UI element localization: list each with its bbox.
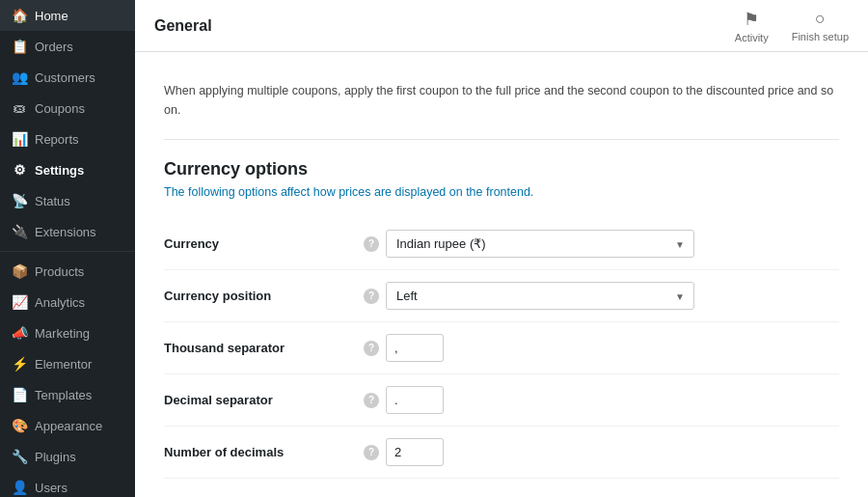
currency-help-icon[interactable]: ? (364, 236, 379, 252)
thousand-separator-input[interactable] (386, 334, 444, 362)
sidebar-item-analytics[interactable]: 📈 Analytics (0, 287, 135, 318)
currency-position-label: Currency position (164, 289, 271, 303)
home-icon: 🏠 (12, 8, 27, 23)
currency-position-help-icon[interactable]: ? (364, 289, 379, 304)
currency-position-select-wrapper: Left Right Left space Right space (386, 282, 694, 310)
topbar-actions: ⚑ Activity ○ Finish setup (735, 9, 849, 43)
page-title: General (154, 17, 212, 35)
sidebar-item-label: Plugins (35, 450, 76, 464)
sidebar-item-label: Elementor (35, 357, 92, 372)
thousand-separator-label: Thousand separator (164, 341, 285, 355)
finish-setup-label: Finish setup (792, 31, 849, 42)
decimal-separator-help-icon[interactable]: ? (364, 393, 379, 408)
elementor-icon: ⚡ (12, 356, 27, 372)
sidebar-item-elementor[interactable]: ⚡ Elementor (0, 348, 135, 379)
sidebar-item-home[interactable]: 🏠 Home (0, 0, 135, 31)
sidebar-item-users[interactable]: 👤 Users (0, 472, 135, 497)
sidebar-item-coupons[interactable]: 🎟 Coupons (0, 93, 135, 124)
content-area: When applying multiple coupons, apply th… (135, 52, 868, 497)
number-of-decimals-label: Number of decimals (164, 445, 284, 459)
decimal-separator-label: Decimal separator (164, 393, 273, 407)
sidebar-item-label: Extensions (35, 225, 96, 239)
sidebar-item-label: Users (35, 481, 68, 495)
sidebar-item-label: Products (35, 264, 84, 279)
topbar: General ⚑ Activity ○ Finish setup (135, 0, 868, 52)
sidebar-item-label: Reports (35, 132, 79, 147)
section-title: Currency options (164, 159, 839, 179)
users-icon: 👤 (12, 480, 27, 495)
number-of-decimals-row: Number of decimals ? (164, 427, 839, 479)
status-icon: 📡 (12, 193, 27, 208)
sidebar-item-label: Orders (35, 40, 73, 54)
currency-row: Currency ? Indian rupee (₹) US Dollar ($… (164, 218, 839, 270)
reports-icon: 📊 (12, 131, 27, 147)
analytics-icon: 📈 (12, 294, 27, 310)
sidebar-item-label: Coupons (35, 101, 85, 116)
sidebar: 🏠 Home 📋 Orders 👥 Customers 🎟 Coupons 📊 … (0, 0, 135, 497)
content-inner: When applying multiple coupons, apply th… (135, 52, 868, 497)
activity-icon: ⚑ (744, 9, 759, 30)
sidebar-item-label: Settings (35, 163, 84, 178)
currency-select-wrapper: Indian rupee (₹) US Dollar ($) Euro (€) … (386, 230, 694, 258)
decimal-separator-input[interactable] (386, 386, 444, 414)
sidebar-item-label: Analytics (35, 295, 85, 310)
currency-select[interactable]: Indian rupee (₹) US Dollar ($) Euro (€) … (386, 230, 694, 258)
main-area: General ⚑ Activity ○ Finish setup When a… (135, 0, 868, 497)
sidebar-item-label: Home (35, 9, 68, 23)
number-of-decimals-help-icon[interactable]: ? (364, 445, 379, 460)
extensions-icon: 🔌 (12, 224, 27, 239)
sidebar-item-extensions[interactable]: 🔌 Extensions (0, 216, 135, 247)
sidebar-item-label: Status (35, 194, 70, 208)
sidebar-item-reports[interactable]: 📊 Reports (0, 124, 135, 154)
sidebar-item-plugins[interactable]: 🔧 Plugins (0, 441, 135, 472)
marketing-icon: 📣 (12, 325, 27, 341)
sidebar-item-marketing[interactable]: 📣 Marketing (0, 318, 135, 348)
thousand-separator-help-icon[interactable]: ? (364, 341, 379, 356)
sidebar-item-status[interactable]: 📡 Status (0, 185, 135, 216)
settings-icon: ⚙ (12, 162, 27, 178)
sidebar-item-appearance[interactable]: 🎨 Appearance (0, 410, 135, 441)
currency-position-row: Currency position ? Left Right Left spac… (164, 270, 839, 322)
sidebar-item-customers[interactable]: 👥 Customers (0, 62, 135, 93)
settings-form-table: Currency ? Indian rupee (₹) US Dollar ($… (164, 218, 839, 479)
finish-setup-icon: ○ (815, 9, 826, 29)
sidebar-item-products[interactable]: 📦 Products (0, 256, 135, 287)
thousand-separator-row: Thousand separator ? (164, 322, 839, 374)
products-icon: 📦 (12, 263, 27, 279)
sidebar-item-templates[interactable]: 📄 Templates (0, 379, 135, 410)
sidebar-divider (0, 251, 135, 252)
customers-icon: 👥 (12, 69, 27, 85)
sidebar-item-label: Customers (35, 70, 95, 85)
section-subtitle: The following options affect how prices … (164, 185, 839, 199)
currency-position-select[interactable]: Left Right Left space Right space (386, 282, 694, 310)
sidebar-item-label: Marketing (35, 326, 90, 341)
sidebar-item-settings[interactable]: ⚙ Settings (0, 154, 135, 185)
plugins-icon: 🔧 (12, 449, 27, 464)
number-of-decimals-input[interactable] (386, 438, 444, 466)
templates-icon: 📄 (12, 387, 27, 402)
finish-setup-button[interactable]: ○ Finish setup (792, 9, 849, 42)
sidebar-item-label: Appearance (35, 419, 102, 433)
activity-label: Activity (735, 32, 769, 43)
coupon-note: When applying multiple coupons, apply th… (164, 71, 839, 140)
sidebar-item-label: Templates (35, 388, 92, 402)
activity-button[interactable]: ⚑ Activity (735, 9, 769, 43)
currency-label: Currency (164, 236, 219, 251)
decimal-separator-row: Decimal separator ? (164, 374, 839, 427)
appearance-icon: 🎨 (12, 418, 27, 433)
sidebar-item-orders[interactable]: 📋 Orders (0, 31, 135, 62)
coupons-icon: 🎟 (12, 100, 27, 116)
orders-icon: 📋 (12, 39, 27, 54)
